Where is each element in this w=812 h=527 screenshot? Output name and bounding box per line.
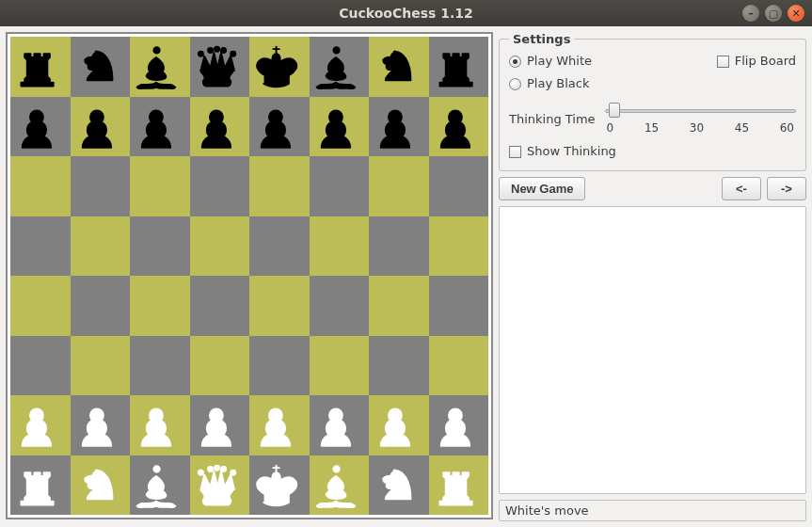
square-g8[interactable]: [369, 37, 429, 97]
square-g3[interactable]: [369, 336, 429, 396]
square-g7[interactable]: [369, 97, 429, 157]
white-pawn-icon[interactable]: [310, 398, 370, 452]
square-d8[interactable]: [190, 37, 250, 97]
play-black-radio[interactable]: Play Black: [509, 74, 592, 93]
white-knight-icon[interactable]: [369, 458, 429, 512]
black-king-icon[interactable]: [249, 40, 310, 93]
square-f1[interactable]: [310, 455, 370, 516]
square-d2[interactable]: [190, 395, 250, 455]
square-c8[interactable]: [130, 37, 190, 97]
black-pawn-icon[interactable]: [71, 100, 131, 153]
square-h6[interactable]: [429, 156, 489, 216]
square-e2[interactable]: [249, 395, 310, 455]
black-bishop-icon[interactable]: [130, 40, 190, 93]
square-e5[interactable]: [249, 216, 310, 277]
black-pawn-icon[interactable]: [249, 100, 310, 153]
square-a4[interactable]: [10, 276, 71, 336]
show-thinking-checkbox[interactable]: Show Thinking: [509, 142, 796, 161]
square-f7[interactable]: [310, 97, 370, 157]
black-knight-icon[interactable]: [71, 40, 131, 93]
black-pawn-icon[interactable]: [429, 100, 489, 153]
white-rook-icon[interactable]: [429, 458, 489, 512]
black-pawn-icon[interactable]: [369, 100, 429, 153]
square-h4[interactable]: [429, 276, 489, 336]
square-a8[interactable]: [10, 37, 71, 97]
square-f3[interactable]: [310, 336, 370, 396]
square-c6[interactable]: [130, 156, 190, 216]
square-f2[interactable]: [310, 395, 370, 455]
square-h7[interactable]: [429, 97, 489, 157]
square-g5[interactable]: [369, 216, 429, 277]
flip-board-checkbox[interactable]: Flip Board: [717, 52, 796, 71]
square-e1[interactable]: [249, 455, 310, 516]
black-pawn-icon[interactable]: [10, 100, 71, 153]
square-g2[interactable]: [369, 395, 429, 455]
white-pawn-icon[interactable]: [190, 398, 250, 452]
square-e6[interactable]: [249, 156, 310, 216]
square-f5[interactable]: [310, 216, 370, 277]
white-bishop-icon[interactable]: [310, 458, 370, 512]
square-d3[interactable]: [190, 336, 250, 396]
play-white-radio[interactable]: Play White: [509, 52, 592, 71]
square-b2[interactable]: [71, 395, 131, 455]
square-c3[interactable]: [130, 336, 190, 396]
square-b1[interactable]: [71, 455, 131, 516]
square-e4[interactable]: [249, 276, 310, 336]
square-d4[interactable]: [190, 276, 250, 336]
white-queen-icon[interactable]: [190, 458, 250, 512]
square-a6[interactable]: [10, 156, 71, 216]
square-c2[interactable]: [130, 395, 190, 455]
square-h8[interactable]: [429, 37, 489, 97]
square-a7[interactable]: [10, 97, 71, 157]
square-a1[interactable]: [10, 455, 71, 516]
square-h3[interactable]: [429, 336, 489, 396]
square-g6[interactable]: [369, 156, 429, 216]
square-c4[interactable]: [130, 276, 190, 336]
maximize-button[interactable]: ▢: [765, 5, 782, 22]
chessboard[interactable]: [10, 37, 488, 515]
square-e8[interactable]: [249, 37, 310, 97]
square-g1[interactable]: [369, 455, 429, 516]
close-button[interactable]: ✕: [788, 5, 804, 22]
move-history[interactable]: [499, 206, 806, 494]
square-d5[interactable]: [190, 216, 250, 277]
white-pawn-icon[interactable]: [369, 398, 429, 452]
square-d1[interactable]: [190, 455, 250, 516]
white-pawn-icon[interactable]: [429, 398, 489, 452]
black-rook-icon[interactable]: [10, 40, 71, 93]
square-b6[interactable]: [71, 156, 131, 216]
redo-button[interactable]: ->: [767, 177, 806, 200]
square-b7[interactable]: [71, 97, 131, 157]
square-h1[interactable]: [429, 455, 489, 516]
square-a3[interactable]: [10, 336, 71, 396]
white-bishop-icon[interactable]: [130, 458, 190, 512]
white-pawn-icon[interactable]: [249, 398, 310, 452]
black-knight-icon[interactable]: [369, 40, 429, 93]
square-f4[interactable]: [310, 276, 370, 336]
square-d6[interactable]: [190, 156, 250, 216]
black-bishop-icon[interactable]: [310, 40, 370, 93]
black-pawn-icon[interactable]: [130, 100, 190, 153]
white-pawn-icon[interactable]: [130, 398, 190, 452]
white-pawn-icon[interactable]: [71, 398, 131, 452]
square-e7[interactable]: [249, 97, 310, 157]
slider-thumb[interactable]: [609, 103, 620, 118]
square-b8[interactable]: [71, 37, 131, 97]
white-pawn-icon[interactable]: [10, 398, 71, 452]
square-b4[interactable]: [71, 276, 131, 336]
square-c7[interactable]: [130, 97, 190, 157]
new-game-button[interactable]: New Game: [499, 177, 585, 200]
black-pawn-icon[interactable]: [190, 100, 250, 153]
square-e3[interactable]: [249, 336, 310, 396]
square-f8[interactable]: [310, 37, 370, 97]
black-queen-icon[interactable]: [190, 40, 250, 93]
square-h2[interactable]: [429, 395, 489, 455]
square-a5[interactable]: [10, 216, 71, 277]
thinking-time-slider[interactable]: [605, 103, 796, 120]
undo-button[interactable]: <-: [722, 177, 761, 200]
square-b5[interactable]: [71, 216, 131, 277]
square-c5[interactable]: [130, 216, 190, 277]
minimize-button[interactable]: –: [742, 5, 759, 22]
square-d7[interactable]: [190, 97, 250, 157]
square-a2[interactable]: [10, 395, 71, 455]
